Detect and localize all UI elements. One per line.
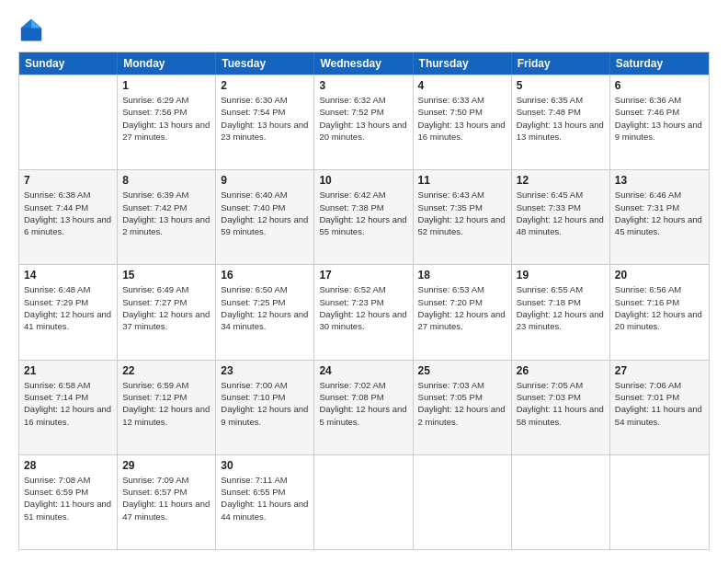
calendar-cell: 9Sunrise: 6:40 AMSunset: 7:40 PMDaylight… xyxy=(216,170,314,264)
cell-sun-info: Sunrise: 6:30 AMSunset: 7:54 PMDaylight:… xyxy=(221,94,309,143)
cell-day-number: 2 xyxy=(221,79,309,92)
cell-sun-info: Sunrise: 6:42 AMSunset: 7:38 PMDaylight:… xyxy=(319,189,407,237)
cell-sun-info: Sunrise: 7:08 AMSunset: 6:59 PMDaylight:… xyxy=(24,474,112,523)
calendar-cell: 21Sunrise: 6:58 AMSunset: 7:14 PMDayligh… xyxy=(19,361,118,454)
cell-day-number: 5 xyxy=(517,79,605,92)
header-cell-wednesday: Wednesday xyxy=(314,52,413,75)
header-cell-sunday: Sunday xyxy=(19,52,118,75)
calendar-row: 28Sunrise: 7:08 AMSunset: 6:59 PMDayligh… xyxy=(19,454,709,549)
cell-day-number: 4 xyxy=(418,79,506,92)
cell-sun-info: Sunrise: 7:02 AMSunset: 7:08 PMDaylight:… xyxy=(319,379,407,428)
calendar-row: 7Sunrise: 6:38 AMSunset: 7:44 PMDaylight… xyxy=(19,169,709,264)
calendar-row: 14Sunrise: 6:48 AMSunset: 7:29 PMDayligh… xyxy=(19,264,709,359)
header-cell-friday: Friday xyxy=(512,52,610,75)
cell-day-number: 17 xyxy=(319,269,407,282)
calendar-cell: 30Sunrise: 7:11 AMSunset: 6:55 PMDayligh… xyxy=(216,455,314,549)
header-cell-monday: Monday xyxy=(118,52,216,75)
calendar-cell: 28Sunrise: 7:08 AMSunset: 6:59 PMDayligh… xyxy=(19,455,118,549)
cell-sun-info: Sunrise: 6:55 AMSunset: 7:18 PMDaylight:… xyxy=(517,283,605,332)
calendar-cell: 3Sunrise: 6:32 AMSunset: 7:52 PMDaylight… xyxy=(314,75,413,169)
calendar-cell: 23Sunrise: 7:00 AMSunset: 7:10 PMDayligh… xyxy=(216,361,314,454)
calendar-cell: 2Sunrise: 6:30 AMSunset: 7:54 PMDaylight… xyxy=(216,75,314,169)
header-cell-thursday: Thursday xyxy=(414,52,512,75)
calendar-cell: 26Sunrise: 7:05 AMSunset: 7:03 PMDayligh… xyxy=(512,361,610,454)
cell-sun-info: Sunrise: 7:03 AMSunset: 7:05 PMDaylight:… xyxy=(418,379,506,428)
calendar-cell: 6Sunrise: 6:36 AMSunset: 7:46 PMDaylight… xyxy=(610,75,709,169)
calendar-cell: 12Sunrise: 6:45 AMSunset: 7:33 PMDayligh… xyxy=(512,170,610,264)
logo-icon xyxy=(18,17,44,42)
calendar-body: 1Sunrise: 6:29 AMSunset: 7:56 PMDaylight… xyxy=(19,75,709,549)
cell-day-number: 21 xyxy=(24,364,112,377)
cell-day-number: 10 xyxy=(319,174,407,187)
calendar-cell: 11Sunrise: 6:43 AMSunset: 7:35 PMDayligh… xyxy=(414,170,512,264)
cell-day-number: 8 xyxy=(122,174,210,187)
calendar-row: 1Sunrise: 6:29 AMSunset: 7:56 PMDaylight… xyxy=(19,75,709,169)
calendar-cell: 15Sunrise: 6:49 AMSunset: 7:27 PMDayligh… xyxy=(118,265,216,359)
cell-sun-info: Sunrise: 6:56 AMSunset: 7:16 PMDaylight:… xyxy=(615,283,704,332)
cell-day-number: 7 xyxy=(24,174,112,187)
cell-day-number: 16 xyxy=(221,269,309,282)
cell-day-number: 15 xyxy=(122,269,210,282)
cell-sun-info: Sunrise: 6:39 AMSunset: 7:42 PMDaylight:… xyxy=(122,189,210,237)
calendar-cell: 7Sunrise: 6:38 AMSunset: 7:44 PMDaylight… xyxy=(19,170,118,264)
cell-sun-info: Sunrise: 7:06 AMSunset: 7:01 PMDaylight:… xyxy=(615,379,704,428)
calendar-cell xyxy=(414,455,512,549)
cell-sun-info: Sunrise: 6:59 AMSunset: 7:12 PMDaylight:… xyxy=(122,379,210,428)
header-cell-tuesday: Tuesday xyxy=(216,52,314,75)
cell-sun-info: Sunrise: 6:50 AMSunset: 7:25 PMDaylight:… xyxy=(221,283,309,332)
cell-sun-info: Sunrise: 6:58 AMSunset: 7:14 PMDaylight:… xyxy=(24,379,112,428)
calendar-cell: 8Sunrise: 6:39 AMSunset: 7:42 PMDaylight… xyxy=(118,170,216,264)
cell-day-number: 23 xyxy=(221,364,309,377)
cell-sun-info: Sunrise: 6:53 AMSunset: 7:20 PMDaylight:… xyxy=(418,283,506,332)
cell-sun-info: Sunrise: 6:52 AMSunset: 7:23 PMDaylight:… xyxy=(319,283,407,332)
header-cell-saturday: Saturday xyxy=(610,52,709,75)
calendar-cell xyxy=(610,455,709,549)
cell-sun-info: Sunrise: 6:38 AMSunset: 7:44 PMDaylight:… xyxy=(24,189,112,237)
cell-sun-info: Sunrise: 7:09 AMSunset: 6:57 PMDaylight:… xyxy=(122,474,210,523)
cell-day-number: 13 xyxy=(615,174,704,187)
cell-day-number: 6 xyxy=(615,79,704,92)
calendar-cell: 17Sunrise: 6:52 AMSunset: 7:23 PMDayligh… xyxy=(314,265,413,359)
cell-sun-info: Sunrise: 6:32 AMSunset: 7:52 PMDaylight:… xyxy=(319,94,407,143)
calendar-cell: 16Sunrise: 6:50 AMSunset: 7:25 PMDayligh… xyxy=(216,265,314,359)
cell-sun-info: Sunrise: 6:49 AMSunset: 7:27 PMDaylight:… xyxy=(122,283,210,332)
cell-sun-info: Sunrise: 6:35 AMSunset: 7:48 PMDaylight:… xyxy=(517,94,605,143)
cell-day-number: 9 xyxy=(221,174,309,187)
calendar-cell: 10Sunrise: 6:42 AMSunset: 7:38 PMDayligh… xyxy=(314,170,413,264)
calendar-cell: 5Sunrise: 6:35 AMSunset: 7:48 PMDaylight… xyxy=(512,75,610,169)
calendar-cell: 13Sunrise: 6:46 AMSunset: 7:31 PMDayligh… xyxy=(610,170,709,264)
cell-day-number: 27 xyxy=(615,364,704,377)
cell-sun-info: Sunrise: 6:40 AMSunset: 7:40 PMDaylight:… xyxy=(221,189,309,237)
calendar-cell: 24Sunrise: 7:02 AMSunset: 7:08 PMDayligh… xyxy=(314,361,413,454)
cell-day-number: 30 xyxy=(221,459,309,472)
calendar-cell xyxy=(512,455,610,549)
cell-sun-info: Sunrise: 6:36 AMSunset: 7:46 PMDaylight:… xyxy=(615,94,704,143)
calendar-cell: 29Sunrise: 7:09 AMSunset: 6:57 PMDayligh… xyxy=(118,455,216,549)
calendar-cell: 27Sunrise: 7:06 AMSunset: 7:01 PMDayligh… xyxy=(610,361,709,454)
calendar-cell xyxy=(314,455,413,549)
calendar-cell: 25Sunrise: 7:03 AMSunset: 7:05 PMDayligh… xyxy=(414,361,512,454)
cell-day-number: 11 xyxy=(418,174,506,187)
cell-sun-info: Sunrise: 6:43 AMSunset: 7:35 PMDaylight:… xyxy=(418,189,506,237)
svg-marker-2 xyxy=(21,19,31,29)
cell-sun-info: Sunrise: 7:05 AMSunset: 7:03 PMDaylight:… xyxy=(517,379,605,428)
cell-day-number: 18 xyxy=(418,269,506,282)
cell-sun-info: Sunrise: 6:33 AMSunset: 7:50 PMDaylight:… xyxy=(418,94,506,143)
calendar-row: 21Sunrise: 6:58 AMSunset: 7:14 PMDayligh… xyxy=(19,360,709,454)
calendar-cell: 22Sunrise: 6:59 AMSunset: 7:12 PMDayligh… xyxy=(118,361,216,454)
calendar-cell: 1Sunrise: 6:29 AMSunset: 7:56 PMDaylight… xyxy=(118,75,216,169)
svg-marker-1 xyxy=(31,19,41,29)
cell-sun-info: Sunrise: 6:48 AMSunset: 7:29 PMDaylight:… xyxy=(24,283,112,332)
cell-day-number: 28 xyxy=(24,459,112,472)
calendar-cell: 18Sunrise: 6:53 AMSunset: 7:20 PMDayligh… xyxy=(414,265,512,359)
cell-day-number: 24 xyxy=(319,364,407,377)
calendar: SundayMondayTuesdayWednesdayThursdayFrid… xyxy=(18,52,710,550)
calendar-header: SundayMondayTuesdayWednesdayThursdayFrid… xyxy=(19,52,709,75)
calendar-cell: 20Sunrise: 6:56 AMSunset: 7:16 PMDayligh… xyxy=(610,265,709,359)
cell-day-number: 29 xyxy=(122,459,210,472)
calendar-cell xyxy=(19,75,118,169)
calendar-cell: 14Sunrise: 6:48 AMSunset: 7:29 PMDayligh… xyxy=(19,265,118,359)
cell-day-number: 26 xyxy=(517,364,605,377)
cell-day-number: 25 xyxy=(418,364,506,377)
logo xyxy=(18,17,48,42)
